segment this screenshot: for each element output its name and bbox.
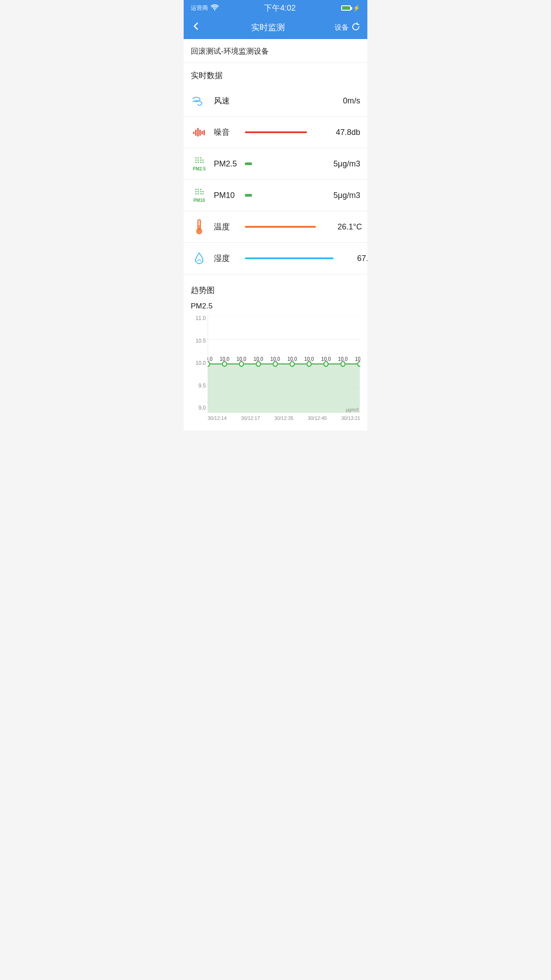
chart-area: 11.0 10.5 10.0 9.5 9.0 <box>191 315 360 413</box>
humidity-bar <box>245 257 334 259</box>
y-label-2: 10.5 <box>191 338 208 344</box>
svg-text:10.0: 10.0 <box>338 356 348 362</box>
y-label-4: 9.5 <box>191 383 208 389</box>
humidity-value: 67.5% <box>340 254 367 263</box>
chart-container: 11.0 10.5 10.0 9.5 9.0 <box>191 315 360 431</box>
y-axis: 11.0 10.5 10.0 9.5 9.0 <box>191 315 208 413</box>
wind-value: 0m/s <box>320 96 360 106</box>
charge-icon: ⚡ <box>353 4 360 12</box>
status-right: ⚡ <box>341 4 360 12</box>
temp-bar <box>245 226 316 228</box>
x-axis: 30/12:14 30/12:17 30/12:35 30/12:45 30/1… <box>191 415 360 421</box>
pm10-icon: ⠿⠷ PM10 <box>191 187 208 204</box>
status-time: 下午4:02 <box>264 3 295 13</box>
pm10-row: ⠿⠷ PM10 PM10 5μg/m3 <box>184 180 367 211</box>
svg-point-17 <box>208 362 210 366</box>
realtime-header: 实时数据 <box>184 63 367 85</box>
temp-label: 温度 <box>214 221 239 232</box>
temp-row: 温度 26.1°C <box>184 211 367 243</box>
pm25-label: PM2.5 <box>214 159 239 169</box>
wind-label: 风速 <box>214 95 239 106</box>
svg-point-23 <box>307 362 311 366</box>
noise-icon <box>191 124 208 141</box>
pm10-value: 5μg/m3 <box>320 191 360 200</box>
svg-text:10.0: 10.0 <box>304 356 314 362</box>
svg-text:10.0: 10.0 <box>220 356 229 362</box>
carrier-label: 运营商 <box>191 4 208 12</box>
humidity-icon <box>191 250 208 267</box>
content: 回滚测试-环境监测设备 实时数据 风速 0m/s <box>184 39 367 431</box>
nav-right-button[interactable]: 设备 <box>335 22 360 33</box>
pm25-row: ⠿⠷ PM2.5 PM2.5 5μg/m3 <box>184 148 367 180</box>
wind-row: 风速 0m/s <box>184 85 367 117</box>
trend-header: 趋势图 <box>191 285 360 296</box>
noise-bar <box>245 131 307 133</box>
status-bar: 运营商 下午4:02 ⚡ <box>184 0 367 16</box>
svg-marker-16 <box>208 364 360 413</box>
pm25-bar-area <box>245 162 314 165</box>
wind-icon <box>191 92 208 109</box>
svg-text:10.0: 10.0 <box>355 356 360 362</box>
svg-text:10.0: 10.0 <box>287 356 297 362</box>
humidity-row: 湿度 67.5% <box>184 243 367 274</box>
pm25-value: 5μg/m3 <box>320 159 360 169</box>
svg-point-26 <box>358 362 360 366</box>
refresh-icon[interactable] <box>351 22 360 33</box>
device-label: 设备 <box>335 23 349 32</box>
humidity-label: 湿度 <box>214 253 239 264</box>
svg-point-24 <box>324 362 328 366</box>
svg-point-21 <box>273 362 277 366</box>
temp-value: 26.1°C <box>322 222 362 232</box>
data-list: 风速 0m/s 噪音 47.8db <box>184 85 367 274</box>
trend-section: 趋势图 PM2.5 11.0 10.5 10.0 9.5 9.0 <box>184 278 367 431</box>
pm25-icon: ⠿⠷ PM2.5 <box>191 155 208 172</box>
x-label-5: 30/13:21 <box>341 415 360 421</box>
status-left: 运营商 <box>191 4 219 12</box>
battery-icon <box>341 5 351 11</box>
device-section: 回滚测试-环境监测设备 <box>184 39 367 63</box>
svg-text:10.0: 10.0 <box>271 356 280 362</box>
x-label-4: 30/12:45 <box>308 415 327 421</box>
svg-point-25 <box>341 362 345 366</box>
back-button[interactable] <box>191 21 201 34</box>
svg-point-20 <box>256 362 260 366</box>
y-label-3: 10.0 <box>191 360 208 366</box>
svg-text:10.0: 10.0 <box>321 356 331 362</box>
chart-plot: 10.0 10.0 10.0 10.0 10.0 10.0 10.0 10.0 … <box>208 315 360 413</box>
svg-point-22 <box>290 362 294 366</box>
x-label-2: 30/12:17 <box>241 415 260 421</box>
svg-point-19 <box>240 362 244 366</box>
chart-title: PM2.5 <box>191 302 360 311</box>
noise-row: 噪音 47.8db <box>184 117 367 148</box>
nav-title: 实时监测 <box>251 22 285 33</box>
svg-text:μg/m3: μg/m3 <box>346 407 359 412</box>
pm10-bar <box>245 194 252 197</box>
y-label-5: 9.0 <box>191 405 208 411</box>
humidity-bar-area <box>245 257 334 259</box>
x-label-1: 30/12:14 <box>208 415 227 421</box>
x-label-3: 30/12:35 <box>275 415 294 421</box>
svg-point-18 <box>222 362 226 366</box>
nav-bar: 实时监测 设备 <box>184 16 367 39</box>
svg-text:10.0: 10.0 <box>208 356 213 362</box>
svg-text:10.0: 10.0 <box>236 356 246 362</box>
y-label-1: 11.0 <box>191 315 208 321</box>
svg-text:10.0: 10.0 <box>254 356 264 362</box>
noise-value: 47.8db <box>320 128 360 137</box>
device-name: 回滚测试-环境监测设备 <box>191 46 360 56</box>
pm25-bar <box>245 162 252 165</box>
temp-icon <box>191 218 208 235</box>
pm10-label: PM10 <box>214 191 239 200</box>
pm10-bar-area <box>245 194 314 197</box>
noise-bar-area <box>245 131 314 133</box>
temp-bar-area <box>245 226 316 228</box>
wifi-icon <box>211 4 219 12</box>
noise-label: 噪音 <box>214 127 239 138</box>
